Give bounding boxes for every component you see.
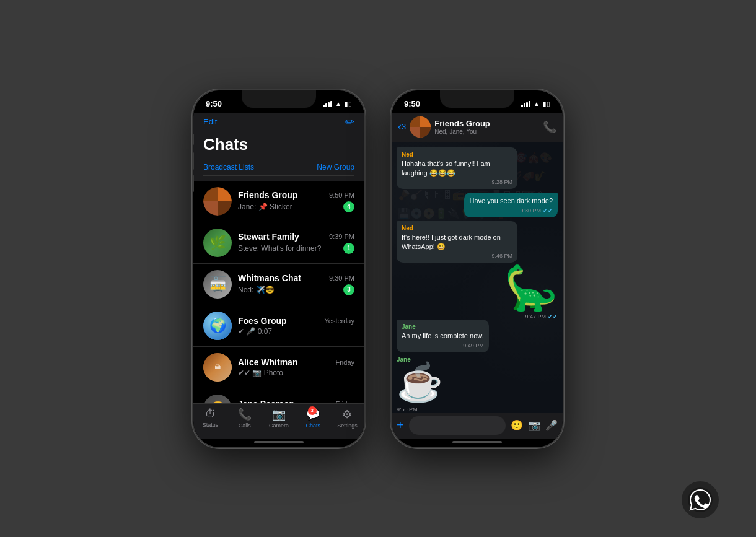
wifi-icon-right: ▲ (534, 100, 540, 107)
signal-icon-right (521, 101, 530, 107)
tab-bar: ⏱ Status 📞 Calls 📷 Camera 💬 3 Chats (193, 403, 364, 439)
group-chat-avatar (410, 116, 431, 138)
chat-item-stewart-family[interactable]: 🌿 Stewart Family 9:39 PM Steve: What's f… (193, 222, 364, 264)
camera-icon: 📷 (272, 408, 286, 421)
chat-item-foes[interactable]: 🌍 Foes Group Yesterday ✔ 🎤 0:07 (193, 305, 364, 347)
tab-status[interactable]: ⏱ Status (193, 408, 227, 429)
message-time-1: 9:28 PM (491, 179, 512, 185)
chat-list: Friends Group 9:50 PM Jane: 📌 Sticker 4 (193, 181, 364, 403)
back-button[interactable]: ‹ 3 (398, 120, 406, 133)
tab-settings[interactable]: ⚙ Settings (330, 408, 364, 429)
chats-label: Chats (305, 422, 320, 429)
right-phone: 9:50 ▲ ▮▯ ‹ 3 (390, 89, 564, 448)
vol-up-button (192, 152, 194, 170)
chat-preview-foes: ✔ 🎤 0:07 (238, 327, 354, 336)
camera-button[interactable]: 📷 (528, 419, 540, 431)
home-indicator-left (254, 441, 304, 443)
message-text-2: Have you seen dark mode? (469, 196, 553, 206)
message-6: Jane ☕ 9:50 PM (397, 356, 558, 413)
chat-name-jane: Jane Pearson (238, 399, 294, 403)
tab-calls[interactable]: 📞 Calls (227, 408, 262, 429)
chat-avatar-jane: 😎 (203, 395, 232, 403)
mute-button (192, 134, 194, 145)
mic-button[interactable]: 🎤 (545, 419, 558, 431)
sender-ned-3: Ned (402, 225, 512, 232)
chat-preview-friends: Jane: 📌 Sticker (238, 203, 340, 211)
plus-button[interactable]: + (397, 418, 404, 432)
chat-phone-screen: 9:50 ▲ ▮▯ ‹ 3 (392, 90, 563, 447)
unread-badge-stewart: 1 (343, 243, 354, 254)
friends-group-avatar (203, 187, 232, 216)
wifi-icon: ▲ (335, 100, 341, 107)
chat-nav-info: Friends Group Ned, Jane, You (434, 119, 539, 135)
chat-name-friends: Friends Group (238, 190, 297, 200)
compose-button[interactable]: ✏ (345, 115, 354, 129)
video-call-button[interactable]: 📞 (543, 120, 556, 134)
message-bubble-2: Have you seen dark mode? 9:30 PM ✔✔ (464, 193, 558, 217)
message-4: 🦕 9:47 PM ✔✔ (397, 266, 558, 310)
message-bubble-3: Ned It's here!! I just got dark mode on … (397, 221, 517, 263)
chat-content-jane: Jane Pearson Friday How are you doing? (238, 399, 354, 403)
status-time-left: 9:50 (206, 99, 222, 108)
chats-badge: 3 (308, 406, 317, 415)
message-tick-4: ✔✔ (548, 313, 558, 320)
chat-name-stewart: Stewart Family (238, 232, 299, 242)
svg-point-0 (688, 487, 713, 512)
chat-avatar-whitmans: 🚋 (203, 270, 232, 299)
chat-avatar-foes: 🌍 (203, 312, 232, 340)
chats-subheader: Broadcast Lists New Group (203, 159, 354, 176)
message-time-2: 9:30 PM (520, 207, 541, 214)
message-time-5: 9:49 PM (463, 343, 484, 349)
broadcast-lists-link[interactable]: Broadcast Lists (203, 163, 254, 172)
chat-item-jane[interactable]: 😎 Jane Pearson Friday How are you doing? (193, 388, 364, 403)
edit-button[interactable]: Edit (203, 117, 217, 126)
chat-content-stewart: Stewart Family 9:39 PM Steve: What's for… (238, 232, 354, 254)
message-time-3: 9:46 PM (491, 253, 512, 259)
chat-avatar-friends (203, 187, 232, 216)
message-5: Jane Ah my life is complete now. 9:49 PM (397, 320, 558, 352)
signal-icon (323, 101, 332, 107)
status-icons-left: ▲ ▮▯ (323, 100, 352, 107)
chat-time-alice: Friday (335, 359, 354, 366)
message-time-4: 9:47 PM (525, 313, 546, 320)
chat-item-whitmans[interactable]: 🚋 Whitmans Chat 9:30 PM Ned: ✈️😎 3 (193, 264, 364, 305)
chats-header: Edit ✏ Chats Broadcast Lists New Group (193, 113, 364, 181)
chat-avatar-stewart: 🌿 (203, 229, 232, 257)
chat-name-foes: Foes Group (238, 316, 287, 326)
chat-item-friends-group[interactable]: Friends Group 9:50 PM Jane: 📌 Sticker 4 (193, 181, 364, 222)
chat-avatar-alice: 🏔 (203, 353, 232, 382)
status-bar-left: 9:50 ▲ ▮▯ (193, 90, 364, 113)
tab-camera[interactable]: 📷 Camera (262, 408, 296, 429)
sticker-button[interactable]: 🙂 (511, 419, 523, 431)
settings-icon: ⚙ (342, 408, 352, 421)
battery-icon: ▮▯ (345, 100, 352, 107)
tab-chats[interactable]: 💬 3 Chats (296, 408, 330, 429)
chat-group-name: Friends Group (434, 119, 539, 128)
chat-content-whitmans: Whitmans Chat 9:30 PM Ned: ✈️😎 3 (238, 273, 354, 295)
home-indicator-right (452, 441, 502, 443)
chat-item-alice[interactable]: 🏔 Alice Whitman Friday ✔✔ 📷 Photo (193, 347, 364, 388)
status-label: Status (203, 422, 219, 428)
chats-phone-screen: 9:50 ▲ ▮▯ Edit (193, 90, 364, 447)
chat-preview-whitmans: Ned: ✈️😎 (238, 286, 340, 294)
status-time-right: 9:50 (404, 99, 420, 108)
battery-icon-right: ▮▯ (543, 100, 550, 107)
chats-screen: Edit ✏ Chats Broadcast Lists New Group (193, 113, 364, 447)
sender-jane-5: Jane (402, 323, 484, 330)
chat-content-friends: Friends Group 9:50 PM Jane: 📌 Sticker 4 (238, 190, 354, 212)
chat-name-alice: Alice Whitman (238, 357, 297, 367)
status-bar-right: 9:50 ▲ ▮▯ (392, 90, 563, 113)
message-text-3: It's here!! I just got dark mode on What… (402, 233, 512, 252)
message-input[interactable] (409, 416, 506, 435)
new-group-link[interactable]: New Group (317, 163, 354, 172)
message-3: Ned It's here!! I just got dark mode on … (397, 221, 558, 263)
message-tick-2: ✔✔ (543, 207, 553, 214)
chat-preview-stewart: Steve: What's for dinner? (238, 244, 340, 253)
left-phone: 9:50 ▲ ▮▯ Edit (192, 89, 366, 448)
chat-time-friends: 9:50 PM (329, 191, 354, 199)
chat-time-stewart: 9:39 PM (329, 233, 354, 240)
chat-time-foes: Yesterday (324, 317, 354, 325)
chat-group-members: Ned, Jane, You (434, 128, 539, 135)
message-bubble-1: Ned Hahaha that's so funny!! I am laughi… (397, 147, 517, 190)
vol-down-button (192, 175, 194, 192)
